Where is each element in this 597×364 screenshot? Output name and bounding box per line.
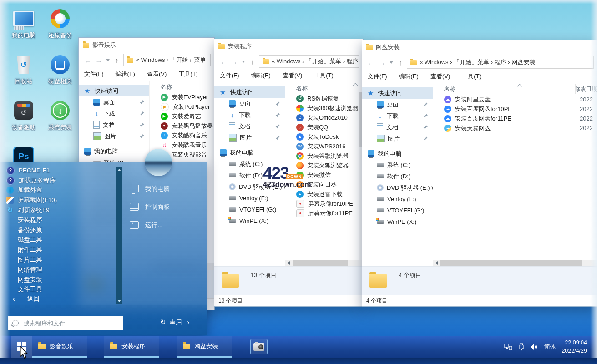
- sidebar-quick-item[interactable]: 图片: [362, 133, 433, 144]
- user-avatar[interactable]: [145, 149, 172, 176]
- sidebar-quick-item[interactable]: 文档: [79, 119, 149, 131]
- desktop-icon[interactable]: 还原备份: [42, 5, 78, 51]
- start-menu-item[interactable]: 备份还原: [6, 225, 57, 235]
- file-row[interactable]: ● 屏幕录像for11PE: [285, 208, 363, 218]
- file-row[interactable]: Q 安装QQ: [285, 122, 363, 132]
- start-menu-scrollbar[interactable]: [116, 167, 122, 304]
- taskbar-button-media[interactable]: 影音娱乐: [32, 336, 87, 358]
- file-row[interactable]: 安装谷歌浏览器: [285, 151, 363, 161]
- name-column-header[interactable]: 名称: [444, 86, 569, 93]
- menu-file[interactable]: 文件(F): [220, 71, 239, 80]
- file-row[interactable]: ● 屏幕录像for10PE: [285, 199, 363, 208]
- sidebar-quick-access[interactable]: ★ 快速访问: [79, 85, 149, 96]
- recent-locations-icon[interactable]: [106, 59, 110, 61]
- recent-locations-icon[interactable]: [390, 61, 393, 64]
- menu-view[interactable]: 查看(V): [430, 72, 450, 81]
- search-box[interactable]: [8, 316, 123, 330]
- sidebar-drive[interactable]: WinPE (X:): [214, 215, 285, 227]
- file-row[interactable]: O 安装Office2010: [285, 113, 363, 122]
- column-divider[interactable]: [575, 84, 576, 94]
- file-row[interactable]: ♫ 安装酷我音乐: [150, 140, 214, 150]
- start-menu-item[interactable]: 网盘安装: [6, 275, 57, 285]
- file-row[interactable]: ♪ 安装酷狗音乐: [150, 131, 214, 140]
- search-input[interactable]: [23, 319, 119, 327]
- back-icon[interactable]: ←: [367, 59, 376, 66]
- start-menu-item[interactable]: 图片工具: [6, 255, 57, 265]
- sidebar-drive[interactable]: Ventoy (F:): [214, 192, 285, 204]
- file-row[interactable]: ● 安装黑鸟播放器: [150, 121, 214, 131]
- title-bar[interactable]: 影音娱乐: [79, 38, 214, 52]
- date-column-header[interactable]: 修改日期: [575, 86, 597, 93]
- menu-tools[interactable]: 工具(T): [314, 71, 334, 80]
- start-menu-right-item[interactable]: 运行...: [130, 220, 170, 230]
- sidebar-quick-item[interactable]: 桌面: [79, 96, 149, 108]
- sidebar-quick-access[interactable]: ★ 快速访问: [214, 86, 285, 98]
- speaker-icon[interactable]: [530, 344, 538, 350]
- horizontal-scrollbar[interactable]: [285, 260, 363, 266]
- sidebar-drive[interactable]: Ventoy (F:): [362, 193, 433, 205]
- column-header[interactable]: 名称: [150, 81, 214, 92]
- input-method-indicator[interactable]: 简体: [544, 343, 556, 351]
- file-row[interactable]: ☁ 安装百度网盘for11PE 2022: [433, 114, 597, 123]
- sidebar-drive[interactable]: DVD 驱动器 (E:) W: [362, 182, 433, 193]
- start-menu-right-item[interactable]: 控制面板: [130, 202, 170, 212]
- file-row[interactable]: W 安装WPS2016: [285, 142, 363, 151]
- scroll-down-icon[interactable]: [117, 300, 121, 302]
- menu-view[interactable]: 查看(V): [283, 71, 302, 80]
- start-menu-item[interactable]: 网络管理: [6, 265, 57, 275]
- desktop-icon[interactable]: 系统安装: [42, 97, 78, 143]
- taskbar-button-netdisk[interactable]: 网盘安装: [177, 336, 232, 358]
- sidebar-computer[interactable]: 我的电脑: [362, 148, 433, 159]
- sidebar-drive[interactable]: VTOYEFI (G:): [362, 205, 433, 216]
- start-menu-item[interactable]: ? PECMD F1: [6, 166, 57, 176]
- sidebar-quick-item[interactable]: 图片: [79, 131, 149, 142]
- sidebar-drive[interactable]: WinPE (X:): [362, 216, 433, 228]
- up-icon[interactable]: ↑: [248, 58, 257, 66]
- sidebar-quick-item[interactable]: 文档: [214, 121, 285, 132]
- menu-edit[interactable]: 编辑(E): [251, 71, 271, 80]
- back-button[interactable]: ‹ 返回: [13, 294, 40, 303]
- file-row[interactable]: ▸ 安装迅雷下载: [285, 189, 363, 199]
- file-row[interactable]: 安装360极速浏览器: [285, 103, 363, 113]
- sidebar-quick-item[interactable]: 文档: [362, 121, 433, 133]
- up-icon[interactable]: ↑: [396, 59, 405, 66]
- sidebar-quick-item[interactable]: ↓ 下载: [362, 110, 433, 121]
- menu-edit[interactable]: 编辑(E): [399, 72, 419, 81]
- start-menu-item[interactable]: i 加载外置: [6, 186, 57, 196]
- start-menu-item[interactable]: ? 加载更多程序: [6, 176, 57, 186]
- restart-button[interactable]: ↻ 重启 ›: [160, 318, 189, 326]
- menu-tools[interactable]: 工具(T): [178, 70, 198, 78]
- sidebar-drive[interactable]: 系统 (C:): [362, 159, 433, 171]
- forward-icon[interactable]: →: [94, 56, 103, 64]
- up-icon[interactable]: ↑: [112, 56, 121, 64]
- address-bar[interactable]: « Windows › 「开始」菜单 › 程序: [259, 55, 359, 68]
- recent-locations-icon[interactable]: [242, 61, 245, 63]
- taskbar-clock[interactable]: 22:09:04 2022/4/29: [562, 339, 587, 355]
- sidebar-quick-access[interactable]: ★ 快速访问: [362, 87, 433, 99]
- desktop-icon[interactable]: 回收站: [5, 51, 42, 97]
- sidebar-quick-item[interactable]: 图片: [214, 132, 285, 143]
- file-row[interactable]: ☁ 安装天翼网盘 2022: [433, 123, 597, 133]
- scroll-left-icon[interactable]: [288, 261, 290, 265]
- sidebar-quick-item[interactable]: ↓ 下载: [79, 108, 149, 119]
- file-row[interactable]: ▶ 安装PotPlayer: [150, 102, 214, 111]
- sidebar-drive[interactable]: VTOYEFI (G:): [214, 204, 285, 215]
- menu-file[interactable]: 文件(F): [84, 70, 104, 78]
- title-bar[interactable]: 安装程序: [214, 39, 363, 54]
- file-row[interactable]: ☁ 安装阿里云盘 2022: [433, 95, 597, 104]
- sidebar-quick-item[interactable]: ↓ 下载: [214, 109, 285, 121]
- desktop-icon[interactable]: 我的电脑: [5, 5, 42, 51]
- horizontal-scrollbar[interactable]: [433, 260, 597, 266]
- start-menu-item[interactable]: 屏幕截图(F10): [6, 195, 57, 205]
- network-icon[interactable]: [504, 344, 512, 350]
- start-menu-item[interactable]: 安装程序: [6, 215, 57, 225]
- file-row[interactable]: ▶ 安装爱奇艺: [150, 111, 214, 121]
- title-bar[interactable]: 网盘安装: [362, 40, 597, 55]
- start-menu-item[interactable]: 附件工具: [6, 245, 57, 255]
- scrollbar-thumb[interactable]: [293, 260, 348, 266]
- taskbar-button-programs[interactable]: 安装程序: [104, 336, 159, 358]
- name-column-header[interactable]: 名称: [296, 85, 308, 92]
- sidebar-drive[interactable]: 软件 (D:): [362, 171, 433, 182]
- file-row[interactable]: ☁ 安装百度网盘for10PE 2022: [433, 104, 597, 114]
- scroll-left-icon[interactable]: [435, 261, 438, 265]
